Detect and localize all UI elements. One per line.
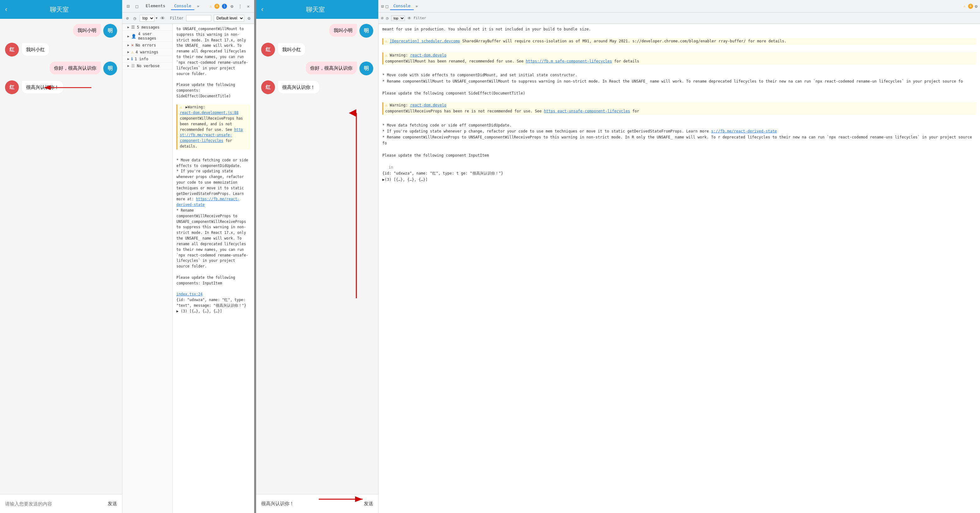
message-bubble: 很高兴认识你！ [277, 80, 320, 94]
warning-triangle-icon: ⚠ [385, 103, 390, 107]
console-link[interactable]: [Deprecation] scheduler.devcomp [390, 39, 460, 43]
avatar-ming: 明 [103, 24, 117, 38]
ban-icon[interactable]: ⊘ [125, 15, 130, 21]
left-send-button[interactable]: 发送 [108, 501, 117, 507]
console-text-line: index.tsx:24 [177, 292, 250, 297]
message-row: 明 我叫小明 [261, 24, 373, 38]
tree-item-no-verbose[interactable]: ▶ ☰ No verbose [123, 62, 172, 69]
console-text-line: to UNSAFE_componentWillMount to suppress… [177, 26, 250, 76]
message-bubble: 你好，很高兴认识你 [49, 62, 101, 75]
message-row: 明 你好，很高兴认识你 [5, 62, 117, 75]
message-row: 红 我叫小红 [5, 43, 117, 56]
verbose-icon: ☰ [131, 64, 135, 68]
right-chat-title: 聊天室 [267, 5, 364, 14]
right-send-button[interactable]: 发送 [364, 501, 373, 507]
right-back-button[interactable]: ‹ [261, 5, 263, 13]
console-link[interactable]: react-dom.develo [410, 103, 446, 107]
right-console-line: SharedArrayBuffer will require cross-iso… [462, 39, 787, 43]
right-warning-block-1: ⚠ Warning: react-dom.develo componentWil… [382, 53, 976, 64]
tab-more[interactable]: » [197, 4, 199, 8]
avatar-hong: 红 [5, 80, 19, 94]
more-icon[interactable]: ⋮ [237, 3, 243, 10]
right-console-content: meant for use in production. You should … [379, 24, 980, 513]
console-text-line: ▶ (3) [{…}, {…}, {…}] [177, 309, 250, 314]
console-text-line: {id: "udxwza", name: "红", type: "text", … [177, 297, 250, 309]
gear-icon[interactable]: ⚙ [229, 3, 235, 10]
tab-console[interactable]: Console [171, 2, 195, 10]
right-clock-icon[interactable]: ◷ [386, 16, 388, 21]
right-console-line: for details [614, 59, 639, 64]
right-console-line: meant for use in production. You should … [382, 26, 976, 32]
console-link[interactable]: s://fb.me/react-derived-state [711, 129, 777, 134]
settings-icon[interactable]: ⚙ [247, 15, 251, 21]
console-link[interactable]: https://fb.m safe-component-lifecycles [526, 59, 612, 64]
tree-item-label: 5 messages [137, 25, 159, 30]
console-text-line: * Move data fetching code or side effect… [177, 158, 250, 269]
filter-input[interactable] [186, 15, 211, 21]
avatar-hong: 红 [261, 43, 275, 56]
tree-item-warnings[interactable]: ▶ ⚠ 4 warnings [123, 49, 172, 56]
message-bubble: 我叫小红 [21, 43, 49, 56]
console-tree-sidebar: ▶ ☰ 5 messages ▶ 👤 4 user messages ▶ ✕ N… [123, 24, 173, 513]
console-link[interactable]: react-dom.develo [410, 53, 446, 57]
annotation-arrow-left [43, 83, 93, 92]
right-devtools-secondary-toolbar: ⊘ ◷ top 👁 Filter [379, 13, 980, 24]
tree-item-label: 4 user messages [138, 32, 170, 40]
right-tab-console[interactable]: Console [390, 2, 414, 10]
right-chat-header: ‹ 聊天室 [256, 0, 378, 19]
left-chat-messages: 明 我叫小明 红 我叫小红 明 你好，很高兴认识你 红 很高兴认识你！ [0, 19, 122, 494]
tree-item-info[interactable]: ▶ ℹ 1 info [123, 56, 172, 62]
left-chat-input[interactable] [5, 501, 108, 507]
right-mobile-icon[interactable]: □ [385, 4, 388, 9]
console-link[interactable]: react-dom.development.js:88 [180, 110, 239, 115]
eye-icon[interactable]: 👁 [160, 15, 165, 21]
filter-label: Filter [170, 16, 183, 21]
right-context-select-wrapper: top [391, 15, 405, 21]
console-link[interactable]: https://fb.me/react-derived-state [177, 197, 240, 207]
inspect-icon[interactable]: ⊡ [125, 3, 131, 10]
tree-item-messages[interactable]: ▶ ☰ 5 messages [123, 24, 172, 31]
avatar-ming: 明 [103, 62, 117, 75]
console-link[interactable]: https eact-unsafe-component-lifecycles [544, 109, 630, 113]
tree-item-user-messages[interactable]: ▶ 👤 4 user messages [123, 31, 172, 42]
console-link[interactable]: index.tsx:24 [177, 292, 202, 296]
level-select[interactable]: Default level [214, 15, 244, 22]
warning-triangle-icon: ⚠ [385, 53, 390, 57]
right-chat-panel: ‹ 聊天室 明 我叫小明 红 我叫小红 明 你好，很高兴认识你 红 很高兴认识你… [256, 0, 379, 513]
right-filter-label: Filter [414, 16, 426, 20]
right-console-line: in [382, 164, 976, 170]
message-bubble: 我叫小明 [329, 24, 357, 37]
right-chat-input-area: 发送 [256, 494, 378, 513]
tree-item-label: No verbose [137, 64, 159, 68]
warning-triangle-icon: ⚠ [385, 39, 390, 43]
context-select[interactable]: top [140, 15, 154, 22]
close-icon[interactable]: ✕ [245, 3, 251, 10]
warning-badge: 4 [215, 4, 220, 9]
mobile-icon[interactable]: □ [134, 3, 140, 10]
left-back-button[interactable]: ‹ [5, 5, 7, 13]
tab-elements[interactable]: Elements [143, 2, 169, 10]
right-ban-icon[interactable]: ⊘ [381, 16, 383, 21]
message-row: 明 你好，很高兴认识你 [261, 62, 373, 75]
clock-icon[interactable]: ◷ [132, 15, 137, 21]
right-tab-more[interactable]: » [415, 4, 418, 8]
warning-icon: ⚠ [131, 49, 134, 54]
right-chat-input[interactable] [261, 501, 364, 507]
right-gear-icon[interactable]: ⚙ [975, 4, 977, 9]
tree-item-label: 4 warnings [135, 50, 158, 54]
list-icon: ☰ [131, 25, 135, 30]
warning-triangle-icon: ⚠ [180, 105, 182, 109]
left-devtools-panel: ⊡ □ Elements Console » ⚠ 4 1 ⚙ ⋮ ✕ ⊘ ◷ t… [123, 0, 254, 513]
right-inspect-icon[interactable]: ⊡ [381, 4, 383, 9]
right-chat-messages: 明 我叫小明 红 我叫小红 明 你好，很高兴认识你 红 很高兴认识你！ [256, 19, 378, 494]
right-warning-badge: 4 [968, 4, 973, 9]
left-chat-header: ‹ 聊天室 [0, 0, 122, 19]
console-text-line: Please update the following components: … [177, 82, 250, 99]
message-row: 红 很高兴认识你！ [261, 80, 373, 94]
right-console-line: componentWillMount has been renamed, rec… [385, 59, 526, 64]
right-console-line: ▶(3) [{…}, {…}, {…}] [382, 177, 976, 183]
right-eye-icon[interactable]: 👁 [407, 16, 411, 21]
right-context-select[interactable]: top [391, 15, 405, 21]
devtools-secondary-toolbar: ⊘ ◷ top ▼ 👁 Filter Default level ⚙ [123, 13, 254, 24]
tree-item-no-errors[interactable]: ▶ ✕ No errors [123, 42, 172, 49]
